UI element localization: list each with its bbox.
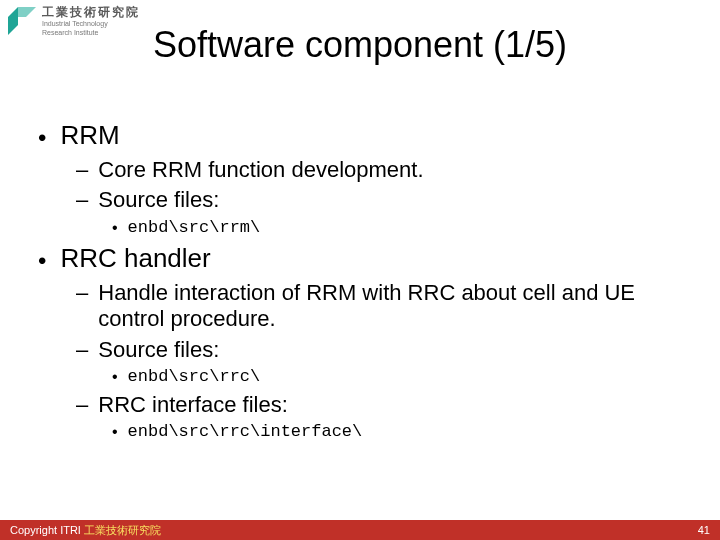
bullet-text: Handle interaction of RRM with RRC about… (98, 280, 682, 333)
bullet-icon: – (76, 394, 88, 416)
slide-title: Software component (1/5) (0, 24, 720, 66)
bullet-icon: • (38, 126, 46, 150)
copyright-prefix: Copyright ITRI (10, 524, 84, 536)
list-item: –Core RRM function development. (76, 157, 682, 183)
content: •RRM–Core RRM function development.–Sour… (38, 120, 682, 447)
bullet-text: Core RRM function development. (98, 157, 423, 183)
page-number: 41 (698, 524, 710, 536)
copyright-cjk: 工業技術研究院 (84, 524, 161, 536)
bullet-icon: – (76, 159, 88, 181)
bullet-text: RRM (60, 120, 119, 151)
bullet-icon: • (112, 424, 118, 440)
copyright: Copyright ITRI 工業技術研究院 (10, 523, 161, 538)
bullet-icon: • (112, 369, 118, 385)
bullet-list: –Handle interaction of RRM with RRC abou… (76, 280, 682, 442)
bullet-list: •enbd\src\rrm\ (112, 218, 682, 237)
list-item: •enbd\src\rrc\ (112, 367, 682, 386)
bullet-list: •enbd\src\rrc\interface\ (112, 422, 682, 441)
bullet-text: Source files: (98, 187, 219, 213)
list-item: –Source files:•enbd\src\rrc\ (76, 337, 682, 386)
bullet-icon: – (76, 282, 88, 304)
bullet-text: RRC interface files: (98, 392, 288, 418)
bullet-icon: • (38, 249, 46, 273)
slide: 工業技術研究院 Industrial Technology Research I… (0, 0, 720, 540)
bullet-list: –Core RRM function development.–Source f… (76, 157, 682, 237)
bullet-icon: – (76, 339, 88, 361)
bullet-icon: • (112, 220, 118, 236)
bullet-text: enbd\src\rrm\ (128, 218, 261, 237)
bullet-icon: – (76, 189, 88, 211)
bullet-text: Source files: (98, 337, 219, 363)
logo-cjk: 工業技術研究院 (42, 6, 140, 18)
list-item: •enbd\src\rrm\ (112, 218, 682, 237)
list-item: –Handle interaction of RRM with RRC abou… (76, 280, 682, 333)
list-item: •RRM–Core RRM function development.–Sour… (38, 120, 682, 237)
footer-bar: Copyright ITRI 工業技術研究院 41 (0, 520, 720, 540)
bullet-text: enbd\src\rrc\ (128, 367, 261, 386)
list-item: –RRC interface files:•enbd\src\rrc\inter… (76, 392, 682, 441)
bullet-text: RRC handler (60, 243, 210, 274)
list-item: •RRC handler–Handle interaction of RRM w… (38, 243, 682, 442)
list-item: –Source files:•enbd\src\rrm\ (76, 187, 682, 236)
bullet-list: •enbd\src\rrc\ (112, 367, 682, 386)
bullet-list: •RRM–Core RRM function development.–Sour… (38, 120, 682, 441)
bullet-text: enbd\src\rrc\interface\ (128, 422, 363, 441)
list-item: •enbd\src\rrc\interface\ (112, 422, 682, 441)
